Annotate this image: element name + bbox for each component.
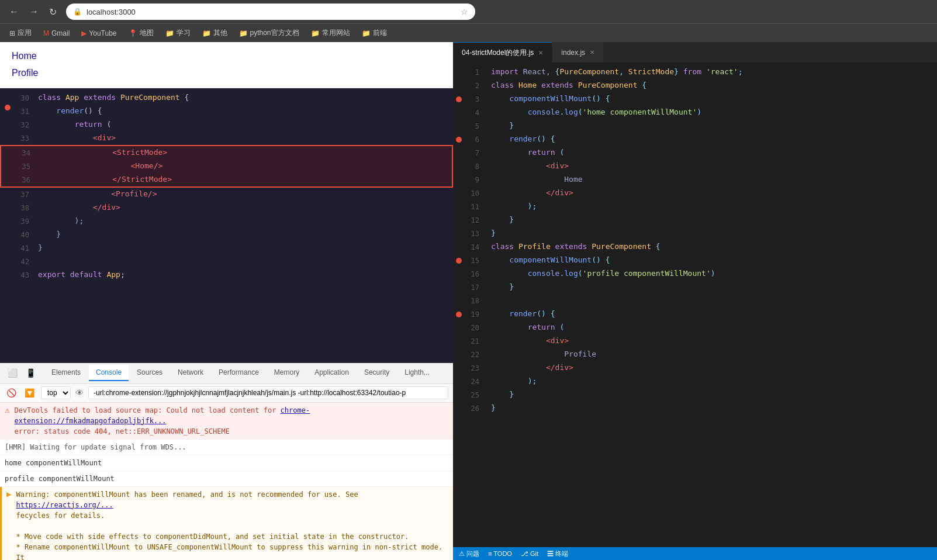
profile-mount-text: profile componentWillMount bbox=[5, 473, 448, 484]
line-number: 33 bbox=[15, 132, 35, 145]
vs-line-gutter bbox=[453, 173, 465, 186]
vs-code-line: 5 } bbox=[453, 119, 937, 133]
bookmark-python[interactable]: 📁 python官方文档 bbox=[234, 26, 304, 40]
bookmark-star[interactable]: ☆ bbox=[461, 7, 468, 16]
tab-sources[interactable]: Sources bbox=[130, 365, 170, 381]
vs-line-content: } bbox=[488, 227, 937, 240]
vs-code-line: 2class Home extends PureComponent { bbox=[453, 79, 937, 92]
vs-breakpoint bbox=[456, 137, 462, 143]
problems-item[interactable]: ⚠ 问题 bbox=[459, 549, 479, 558]
vs-line-gutter bbox=[453, 254, 465, 267]
vs-line-content: <div> bbox=[488, 334, 937, 348]
eye-button[interactable]: 👁 bbox=[75, 388, 84, 397]
bookmark-maps[interactable]: 📍 地图 bbox=[124, 26, 158, 40]
todo-item[interactable]: ≡ TODO bbox=[488, 550, 512, 557]
console-msg-profile: profile componentWillMount bbox=[0, 471, 453, 487]
tab-network[interactable]: Network bbox=[171, 365, 210, 381]
vs-line-number: 19 bbox=[465, 307, 488, 321]
context-select[interactable]: top bbox=[41, 386, 71, 399]
bookmark-other-label: 其他 bbox=[213, 28, 227, 38]
filter-button[interactable]: 🔽 bbox=[23, 386, 36, 399]
line-number: 34 bbox=[16, 146, 36, 160]
refresh-button[interactable]: ↻ bbox=[46, 4, 60, 20]
bookmark-python-label: python官方文档 bbox=[250, 28, 299, 38]
vs-line-gutter bbox=[453, 281, 465, 294]
vs-code-line: 10 </div> bbox=[453, 186, 937, 200]
error-link-1[interactable]: chrome-extension://fmkadmapgofadopljbjfk… bbox=[14, 406, 310, 425]
apps-icon: ⊞ bbox=[9, 29, 15, 37]
bookmark-frontend[interactable]: 📁 前端 bbox=[357, 26, 392, 40]
tab-performance[interactable]: Performance bbox=[212, 365, 266, 381]
vs-breakpoint bbox=[456, 96, 462, 102]
vs-line-gutter bbox=[453, 375, 465, 388]
tab-strict-model[interactable]: 04-strictModel的使用.js ✕ bbox=[453, 42, 552, 63]
tab-index-close[interactable]: ✕ bbox=[590, 49, 594, 56]
tab-console[interactable]: Console bbox=[89, 365, 129, 381]
tab-application[interactable]: Application bbox=[307, 365, 356, 381]
bookmark-other[interactable]: 📁 其他 bbox=[198, 26, 232, 40]
vs-line-content: </div> bbox=[488, 186, 937, 200]
bookmark-gmail-label: Gmail bbox=[51, 29, 70, 37]
address-bar[interactable]: 🔒 localhost:3000 ☆ bbox=[66, 4, 475, 20]
vs-line-content: <div> bbox=[488, 160, 937, 173]
line-number: 36 bbox=[16, 173, 36, 186]
devtools-icons: ⬜ 📱 bbox=[6, 367, 37, 379]
bookmark-apps[interactable]: ⊞ 应用 bbox=[5, 26, 36, 40]
terminal-item[interactable]: ☰ 终端 bbox=[547, 549, 568, 558]
vs-line-content: } bbox=[488, 388, 937, 402]
vs-line-number: 6 bbox=[465, 133, 488, 146]
folder-icon-2: 📁 bbox=[202, 29, 211, 37]
vs-line-content: import React, {PureComponent, StrictMode… bbox=[488, 65, 937, 79]
git-item[interactable]: ⎇ Git bbox=[521, 550, 538, 558]
bookmark-gmail[interactable]: M Gmail bbox=[39, 27, 74, 39]
vs-breakpoint bbox=[456, 258, 462, 264]
tab-elements[interactable]: Elements bbox=[44, 365, 88, 381]
vscode-panel: 04-strictModel的使用.js ✕ index.js ✕ 1impor… bbox=[453, 42, 937, 560]
vs-code-line: 24 ); bbox=[453, 375, 937, 388]
forward-button[interactable]: → bbox=[26, 4, 42, 20]
bookmark-study[interactable]: 📁 学习 bbox=[161, 26, 195, 40]
vs-code-area[interactable]: 1import React, {PureComponent, StrictMod… bbox=[453, 63, 937, 547]
code-line-left: 41} bbox=[0, 241, 453, 255]
tab-lighthouse[interactable]: Lighth... bbox=[397, 365, 437, 381]
line-number: 30 bbox=[15, 91, 35, 105]
clear-console-button[interactable]: 🚫 bbox=[5, 386, 18, 399]
device-toolbar-button[interactable]: 📱 bbox=[24, 367, 37, 379]
tab-index-js[interactable]: index.js ✕ bbox=[552, 42, 604, 63]
vs-line-gutter bbox=[453, 227, 465, 240]
back-button[interactable]: ← bbox=[6, 4, 22, 20]
vs-line-gutter bbox=[453, 213, 465, 227]
home-link[interactable]: Home bbox=[12, 48, 441, 65]
vs-line-content: } bbox=[488, 402, 937, 415]
code-line-left: 34 <StrictMode> bbox=[0, 145, 453, 160]
left-panel: Home Profile 30class App extends PureCom… bbox=[0, 42, 453, 560]
profile-link[interactable]: Profile bbox=[12, 65, 441, 82]
bookmark-common[interactable]: 📁 常用网站 bbox=[306, 26, 355, 40]
vs-line-number: 17 bbox=[465, 281, 488, 294]
line-content: render() { bbox=[35, 105, 453, 117]
vscode-editor: 1import React, {PureComponent, StrictMod… bbox=[453, 63, 937, 547]
inspect-element-button[interactable]: ⬜ bbox=[6, 367, 19, 379]
bookmark-maps-label: 地图 bbox=[140, 28, 154, 38]
console-msg-home: home componentWillMount bbox=[0, 455, 453, 471]
tab-strict-close[interactable]: ✕ bbox=[538, 50, 543, 56]
youtube-icon: ▶ bbox=[81, 29, 87, 37]
vs-line-gutter bbox=[453, 348, 465, 361]
console-msg-hmr: [HMR] Waiting for update signal from WDS… bbox=[0, 440, 453, 455]
line-number: 43 bbox=[15, 268, 35, 282]
code-line-left: 38 </div> bbox=[0, 201, 453, 215]
console-msg-error-1: ⚠ DevTools failed to load source map: Co… bbox=[0, 403, 453, 440]
line-gutter bbox=[0, 105, 15, 110]
tab-security[interactable]: Security bbox=[357, 365, 396, 381]
line-number: 37 bbox=[15, 188, 35, 201]
line-content: } bbox=[35, 228, 453, 241]
bookmark-youtube[interactable]: ▶ YouTube bbox=[77, 27, 121, 39]
vs-line-content: return ( bbox=[488, 146, 937, 160]
vs-line-content bbox=[488, 294, 937, 307]
vscode-tabs: 04-strictModel的使用.js ✕ index.js ✕ bbox=[453, 42, 937, 63]
tab-memory[interactable]: Memory bbox=[267, 365, 306, 381]
console-filter-input[interactable] bbox=[88, 386, 448, 399]
vs-line-gutter bbox=[453, 402, 465, 415]
vs-line-number: 14 bbox=[465, 240, 488, 254]
warning-link[interactable]: https://reactjs.org/... bbox=[16, 501, 113, 509]
